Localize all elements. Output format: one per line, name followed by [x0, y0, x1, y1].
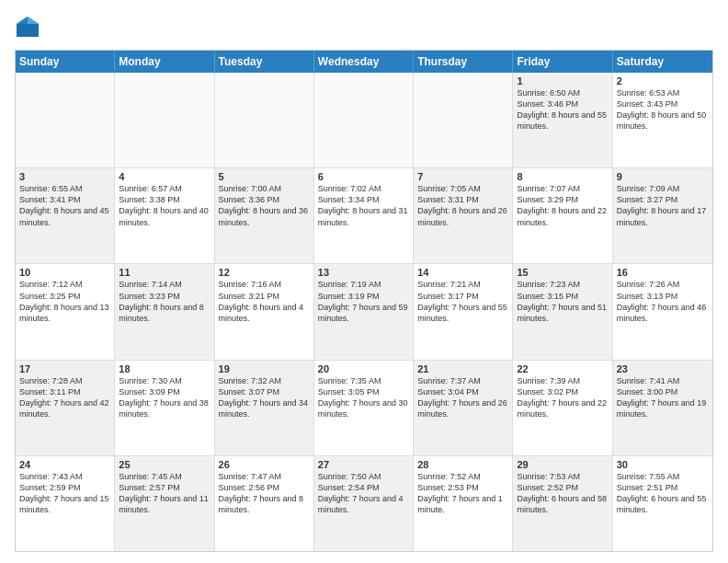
header: [15, 15, 713, 40]
day-info: Sunrise: 6:53 AM Sunset: 3:43 PM Dayligh…: [617, 87, 709, 132]
cal-cell-11: 11Sunrise: 7:14 AM Sunset: 3:23 PM Dayli…: [115, 264, 214, 359]
cal-cell-30: 30Sunrise: 7:55 AM Sunset: 2:51 PM Dayli…: [613, 456, 712, 551]
cal-cell-21: 21Sunrise: 7:37 AM Sunset: 3:04 PM Dayli…: [414, 361, 513, 455]
day-info: Sunrise: 6:50 AM Sunset: 3:46 PM Dayligh…: [517, 87, 608, 132]
header-day-saturday: Saturday: [613, 51, 712, 73]
cal-cell-25: 25Sunrise: 7:45 AM Sunset: 2:57 PM Dayli…: [115, 456, 214, 551]
cal-cell-20: 20Sunrise: 7:35 AM Sunset: 3:05 PM Dayli…: [314, 361, 414, 455]
day-info: Sunrise: 7:35 AM Sunset: 3:05 PM Dayligh…: [318, 375, 409, 420]
cal-cell-15: 15Sunrise: 7:23 AM Sunset: 3:15 PM Dayli…: [513, 264, 612, 359]
cal-cell-26: 26Sunrise: 7:47 AM Sunset: 2:56 PM Dayli…: [215, 456, 314, 551]
svg-marker-2: [17, 17, 28, 24]
page: SundayMondayTuesdayWednesdayThursdayFrid…: [0, 0, 728, 563]
cal-cell-empty-0-3: [314, 73, 414, 167]
header-day-tuesday: Tuesday: [215, 51, 314, 73]
cal-cell-6: 6Sunrise: 7:02 AM Sunset: 3:34 PM Daylig…: [314, 168, 414, 263]
cal-cell-10: 10Sunrise: 7:12 AM Sunset: 3:25 PM Dayli…: [16, 264, 115, 359]
day-number: 25: [119, 459, 210, 470]
day-number: 28: [417, 459, 508, 470]
day-info: Sunrise: 7:23 AM Sunset: 3:15 PM Dayligh…: [517, 279, 608, 324]
calendar-row-4: 17Sunrise: 7:28 AM Sunset: 3:11 PM Dayli…: [16, 361, 712, 456]
calendar-body: 1Sunrise: 6:50 AM Sunset: 3:46 PM Daylig…: [16, 73, 712, 551]
cal-cell-23: 23Sunrise: 7:41 AM Sunset: 3:00 PM Dayli…: [613, 361, 712, 455]
cal-cell-3: 3Sunrise: 6:55 AM Sunset: 3:41 PM Daylig…: [16, 168, 115, 263]
day-number: 1: [517, 75, 608, 86]
cal-cell-7: 7Sunrise: 7:05 AM Sunset: 3:31 PM Daylig…: [414, 168, 513, 263]
day-number: 12: [219, 267, 310, 278]
calendar-row-5: 24Sunrise: 7:43 AM Sunset: 2:59 PM Dayli…: [16, 456, 712, 551]
day-number: 9: [617, 171, 709, 182]
day-info: Sunrise: 6:55 AM Sunset: 3:41 PM Dayligh…: [19, 183, 110, 228]
day-number: 19: [219, 363, 310, 374]
cal-cell-1: 1Sunrise: 6:50 AM Sunset: 3:46 PM Daylig…: [513, 73, 612, 167]
header-day-wednesday: Wednesday: [314, 51, 414, 73]
cal-cell-13: 13Sunrise: 7:19 AM Sunset: 3:19 PM Dayli…: [314, 264, 414, 359]
day-number: 11: [119, 267, 210, 278]
cal-cell-19: 19Sunrise: 7:32 AM Sunset: 3:07 PM Dayli…: [215, 361, 314, 455]
calendar-row-1: 1Sunrise: 6:50 AM Sunset: 3:46 PM Daylig…: [16, 73, 712, 168]
cal-cell-16: 16Sunrise: 7:26 AM Sunset: 3:13 PM Dayli…: [613, 264, 712, 359]
day-number: 22: [517, 363, 608, 374]
cal-cell-22: 22Sunrise: 7:39 AM Sunset: 3:02 PM Dayli…: [513, 361, 612, 455]
day-number: 5: [219, 171, 310, 182]
day-number: 15: [517, 267, 608, 278]
day-number: 27: [318, 459, 409, 470]
day-number: 24: [19, 459, 110, 470]
cal-cell-empty-0-0: [16, 73, 115, 167]
day-number: 18: [119, 363, 210, 374]
day-info: Sunrise: 7:14 AM Sunset: 3:23 PM Dayligh…: [119, 279, 210, 324]
day-info: Sunrise: 6:57 AM Sunset: 3:38 PM Dayligh…: [119, 183, 210, 228]
logo: [15, 15, 44, 40]
header-day-friday: Friday: [513, 51, 612, 73]
cal-cell-empty-0-4: [414, 73, 513, 167]
day-info: Sunrise: 7:53 AM Sunset: 2:52 PM Dayligh…: [517, 471, 608, 516]
day-info: Sunrise: 7:26 AM Sunset: 3:13 PM Dayligh…: [617, 279, 709, 324]
cal-cell-empty-0-2: [215, 73, 314, 167]
cal-cell-27: 27Sunrise: 7:50 AM Sunset: 2:54 PM Dayli…: [314, 456, 414, 551]
logo-icon: [15, 15, 40, 40]
day-info: Sunrise: 7:00 AM Sunset: 3:36 PM Dayligh…: [219, 183, 310, 228]
day-number: 2: [617, 75, 709, 86]
day-info: Sunrise: 7:50 AM Sunset: 2:54 PM Dayligh…: [318, 471, 409, 516]
cal-cell-5: 5Sunrise: 7:00 AM Sunset: 3:36 PM Daylig…: [215, 168, 314, 263]
day-info: Sunrise: 7:28 AM Sunset: 3:11 PM Dayligh…: [19, 375, 110, 420]
cal-cell-14: 14Sunrise: 7:21 AM Sunset: 3:17 PM Dayli…: [414, 264, 513, 359]
day-number: 21: [417, 363, 508, 374]
day-info: Sunrise: 7:43 AM Sunset: 2:59 PM Dayligh…: [19, 471, 110, 516]
day-number: 26: [219, 459, 310, 470]
day-info: Sunrise: 7:02 AM Sunset: 3:34 PM Dayligh…: [318, 183, 409, 228]
day-info: Sunrise: 7:09 AM Sunset: 3:27 PM Dayligh…: [617, 183, 709, 228]
calendar-header: SundayMondayTuesdayWednesdayThursdayFrid…: [16, 51, 712, 73]
header-day-sunday: Sunday: [16, 51, 115, 73]
day-info: Sunrise: 7:16 AM Sunset: 3:21 PM Dayligh…: [219, 279, 310, 324]
day-info: Sunrise: 7:37 AM Sunset: 3:04 PM Dayligh…: [417, 375, 508, 420]
header-day-monday: Monday: [115, 51, 214, 73]
cal-cell-9: 9Sunrise: 7:09 AM Sunset: 3:27 PM Daylig…: [613, 168, 712, 263]
cal-cell-8: 8Sunrise: 7:07 AM Sunset: 3:29 PM Daylig…: [513, 168, 612, 263]
day-info: Sunrise: 7:55 AM Sunset: 2:51 PM Dayligh…: [617, 471, 709, 516]
day-number: 7: [417, 171, 508, 182]
day-info: Sunrise: 7:32 AM Sunset: 3:07 PM Dayligh…: [219, 375, 310, 420]
day-info: Sunrise: 7:30 AM Sunset: 3:09 PM Dayligh…: [119, 375, 210, 420]
day-number: 13: [318, 267, 409, 278]
day-info: Sunrise: 7:45 AM Sunset: 2:57 PM Dayligh…: [119, 471, 210, 516]
calendar-row-2: 3Sunrise: 6:55 AM Sunset: 3:41 PM Daylig…: [16, 168, 712, 264]
day-number: 6: [318, 171, 409, 182]
calendar-row-3: 10Sunrise: 7:12 AM Sunset: 3:25 PM Dayli…: [16, 264, 712, 360]
cal-cell-28: 28Sunrise: 7:52 AM Sunset: 2:53 PM Dayli…: [414, 456, 513, 551]
day-number: 14: [417, 267, 508, 278]
day-number: 10: [19, 267, 110, 278]
day-number: 4: [119, 171, 210, 182]
day-info: Sunrise: 7:39 AM Sunset: 3:02 PM Dayligh…: [517, 375, 608, 420]
cal-cell-12: 12Sunrise: 7:16 AM Sunset: 3:21 PM Dayli…: [215, 264, 314, 359]
day-info: Sunrise: 7:07 AM Sunset: 3:29 PM Dayligh…: [517, 183, 608, 228]
cal-cell-17: 17Sunrise: 7:28 AM Sunset: 3:11 PM Dayli…: [16, 361, 115, 455]
day-number: 8: [517, 171, 608, 182]
day-number: 3: [19, 171, 110, 182]
day-number: 30: [617, 459, 709, 470]
cal-cell-empty-0-1: [115, 73, 214, 167]
day-info: Sunrise: 7:21 AM Sunset: 3:17 PM Dayligh…: [417, 279, 508, 324]
svg-marker-1: [28, 17, 39, 24]
day-info: Sunrise: 7:41 AM Sunset: 3:00 PM Dayligh…: [617, 375, 709, 420]
day-number: 16: [617, 267, 709, 278]
